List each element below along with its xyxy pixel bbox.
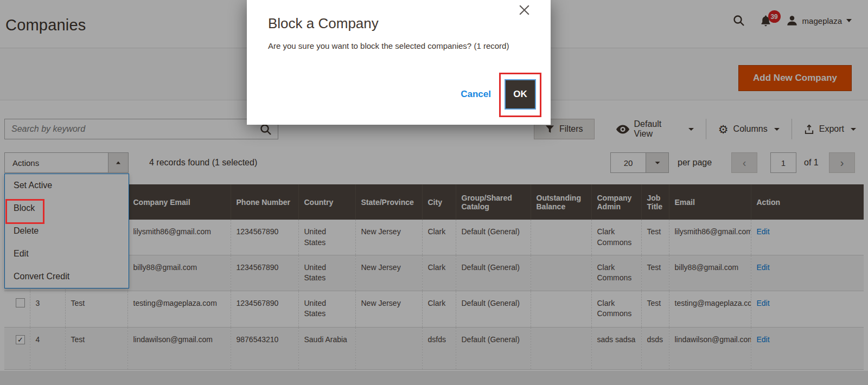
block-company-modal: Block a Company Are you sure you want to…: [247, 0, 551, 125]
modal-message: Are you sure you want to block the selec…: [268, 40, 518, 52]
ok-button[interactable]: OK: [505, 79, 536, 110]
modal-footer: Cancel OK: [461, 79, 536, 110]
modal-title: Block a Company: [268, 15, 379, 32]
close-icon[interactable]: [518, 3, 531, 17]
cancel-button[interactable]: Cancel: [461, 89, 491, 100]
companies-page: Companies 39: [0, 0, 868, 385]
